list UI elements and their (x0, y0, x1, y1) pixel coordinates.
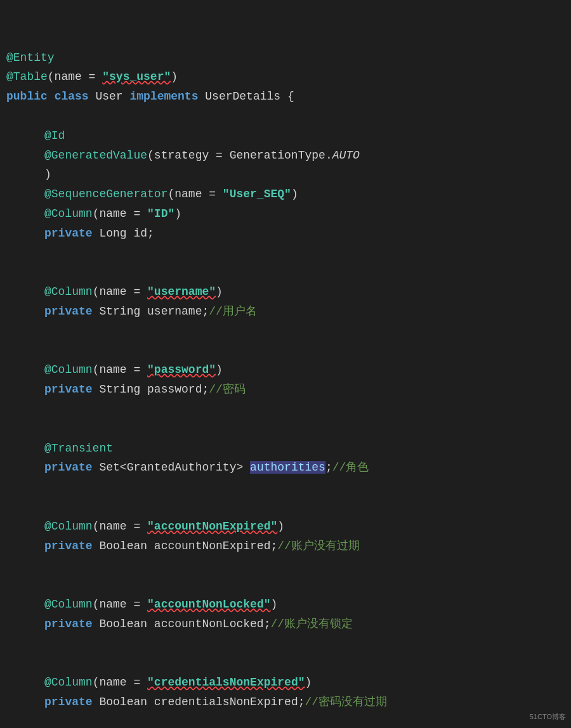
line-13: private String username;//用户名 (6, 302, 571, 322)
line-27 (6, 575, 571, 595)
line-3: public class User implements UserDetails… (6, 87, 571, 107)
line-14 (6, 322, 571, 341)
line-21: private Set<GrantedAuthority> authoritie… (6, 458, 571, 478)
line-11 (6, 263, 571, 282)
line-25: private Boolean accountNonExpired;//账户没有… (6, 536, 571, 556)
line-31 (6, 653, 571, 673)
line-17: private String password;//密码 (6, 380, 571, 400)
line-18 (6, 400, 571, 419)
line-16: @Column(name = "password") (6, 360, 571, 380)
line-23 (6, 497, 571, 517)
line-1: @Entity (6, 48, 571, 68)
line-5: @Id (6, 126, 571, 146)
line-7: @SequenceGenerator(name = "User_SEQ") (6, 185, 571, 204)
code-editor: @Entity@Table(name = "sys_user")public c… (6, 6, 571, 717)
watermark: 51CTO博客 (530, 712, 566, 723)
line-9: private Long id; (6, 224, 571, 244)
line-15 (6, 341, 571, 361)
line-32: @Column(name = "credentialsNonExpired") (6, 673, 571, 692)
line-28: @Column(name = "accountNonLocked") (6, 595, 571, 614)
line-6: @GeneratedValue(strategy = GenerationTyp… (6, 146, 571, 166)
line-4 (6, 107, 571, 126)
line-19 (6, 419, 571, 439)
line-20: @Transient (6, 439, 571, 458)
line-10 (6, 244, 571, 263)
line-22 (6, 478, 571, 497)
line-30 (6, 634, 571, 654)
line-29: private Boolean accountNonLocked;//账户没有锁… (6, 614, 571, 634)
line-26 (6, 556, 571, 575)
line-2: @Table(name = "sys_user") (6, 67, 571, 87)
line-33: private Boolean credentialsNonExpired;//… (6, 692, 571, 712)
line-6b: ) (6, 165, 571, 185)
line-8: @Column(name = "ID") (6, 204, 571, 224)
line-24: @Column(name = "accountNonExpired") (6, 517, 571, 536)
line-12: @Column(name = "username") (6, 282, 571, 302)
